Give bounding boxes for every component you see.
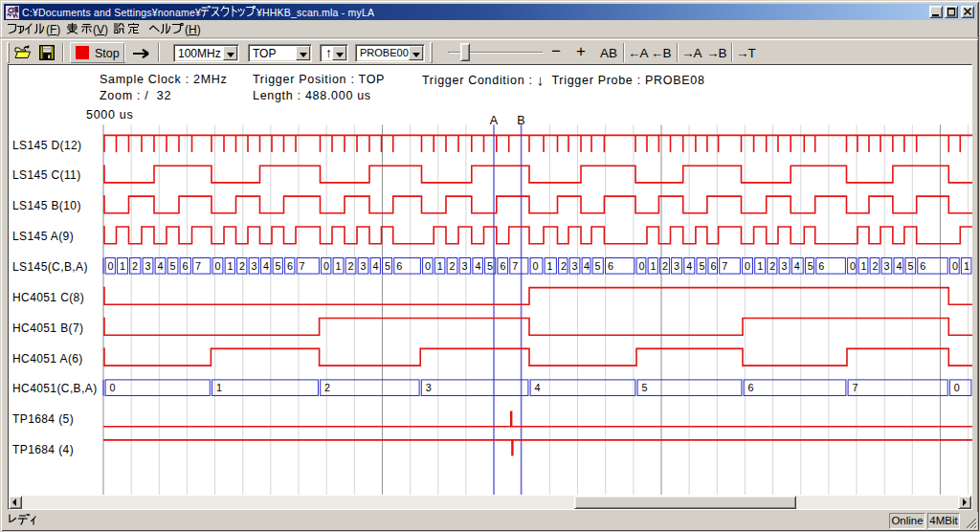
svg-text:4: 4 (475, 260, 480, 272)
svg-text:2: 2 (662, 260, 668, 272)
svg-text:HC4051(C,B,A): HC4051(C,B,A) (12, 382, 98, 395)
svg-text:2: 2 (769, 260, 775, 272)
svg-text:2: 2 (132, 260, 138, 272)
svg-text:0: 0 (745, 260, 750, 272)
svg-text:1: 1 (757, 260, 763, 272)
svg-text:3: 3 (361, 260, 367, 272)
svg-text:5: 5 (642, 382, 648, 393)
svg-text:1: 1 (336, 260, 342, 272)
svg-text:5: 5 (385, 260, 390, 272)
svg-text:0: 0 (952, 260, 958, 272)
svg-text:6: 6 (710, 260, 716, 272)
svg-text:2: 2 (561, 260, 567, 272)
svg-text:1: 1 (964, 260, 969, 272)
svg-text:LS145(C,B,A): LS145(C,B,A) (12, 260, 88, 274)
svg-text:LS145 D(12): LS145 D(12) (12, 139, 81, 152)
svg-text:4: 4 (794, 260, 800, 272)
svg-text:4: 4 (686, 260, 692, 272)
svg-text:1: 1 (437, 260, 443, 272)
svg-text:1: 1 (228, 260, 234, 272)
svg-text:5: 5 (170, 260, 176, 272)
svg-text:5: 5 (907, 260, 913, 272)
svg-text:B: B (517, 114, 524, 127)
svg-text:3: 3 (782, 260, 788, 272)
svg-text:0: 0 (215, 260, 221, 272)
svg-text:0: 0 (425, 260, 431, 272)
svg-text:0: 0 (533, 260, 539, 272)
svg-text:3: 3 (145, 260, 151, 272)
svg-text:1: 1 (120, 260, 125, 272)
svg-text:7: 7 (722, 260, 727, 272)
svg-text:7: 7 (300, 260, 305, 272)
svg-text:2: 2 (239, 260, 245, 272)
svg-text:0: 0 (850, 260, 856, 272)
svg-text:4: 4 (584, 260, 590, 272)
svg-text:3: 3 (252, 260, 257, 272)
svg-text:0: 0 (108, 260, 114, 272)
svg-text:4: 4 (896, 260, 902, 272)
svg-text:4: 4 (263, 260, 269, 272)
svg-text:3: 3 (462, 260, 468, 272)
svg-text:HC4051 A(6): HC4051 A(6) (12, 352, 83, 366)
svg-text:5: 5 (699, 260, 704, 272)
svg-text:1: 1 (547, 260, 553, 272)
svg-text:5: 5 (276, 260, 281, 272)
svg-text:LS145 C(11): LS145 C(11) (12, 168, 81, 182)
svg-text:1: 1 (651, 260, 657, 272)
svg-text:LS145 B(10): LS145 B(10) (12, 199, 81, 212)
svg-text:2: 2 (450, 260, 456, 272)
svg-text:A: A (490, 114, 499, 127)
svg-text:6: 6 (396, 260, 402, 272)
svg-text:7: 7 (195, 260, 201, 272)
svg-text:0: 0 (639, 260, 645, 272)
svg-text:3: 3 (674, 260, 679, 272)
svg-text:5: 5 (595, 260, 601, 272)
svg-text:TP1684 (4): TP1684 (4) (12, 443, 74, 456)
svg-text:0: 0 (110, 382, 116, 393)
svg-text:5: 5 (487, 260, 493, 272)
svg-text:6: 6 (920, 260, 925, 272)
svg-text:5: 5 (808, 260, 813, 272)
svg-text:LS145 A(9): LS145 A(9) (12, 230, 74, 243)
svg-text:2: 2 (348, 260, 354, 272)
svg-text:6: 6 (608, 260, 613, 272)
svg-text:7: 7 (853, 382, 858, 393)
svg-text:HC4051 C(8): HC4051 C(8) (12, 291, 84, 304)
svg-text:0: 0 (954, 382, 960, 393)
svg-text:4: 4 (158, 260, 164, 272)
svg-text:HC4051 B(7): HC4051 B(7) (12, 321, 83, 335)
svg-text:4: 4 (535, 382, 541, 393)
svg-text:3: 3 (572, 260, 578, 272)
svg-text:7: 7 (512, 260, 518, 272)
svg-text:2: 2 (873, 260, 879, 272)
svg-text:6: 6 (818, 260, 824, 272)
svg-text:4: 4 (373, 260, 379, 272)
svg-text:3: 3 (426, 382, 432, 393)
svg-text:6: 6 (748, 382, 754, 393)
svg-text:2: 2 (324, 382, 330, 393)
svg-text:6: 6 (183, 260, 189, 272)
svg-text:1: 1 (861, 260, 867, 272)
svg-text:6: 6 (287, 260, 293, 272)
svg-text:6: 6 (500, 260, 505, 272)
svg-text:3: 3 (884, 260, 890, 272)
svg-text:0: 0 (323, 260, 329, 272)
svg-text:1: 1 (216, 382, 222, 393)
svg-text:TP1684 (5): TP1684 (5) (12, 412, 74, 426)
